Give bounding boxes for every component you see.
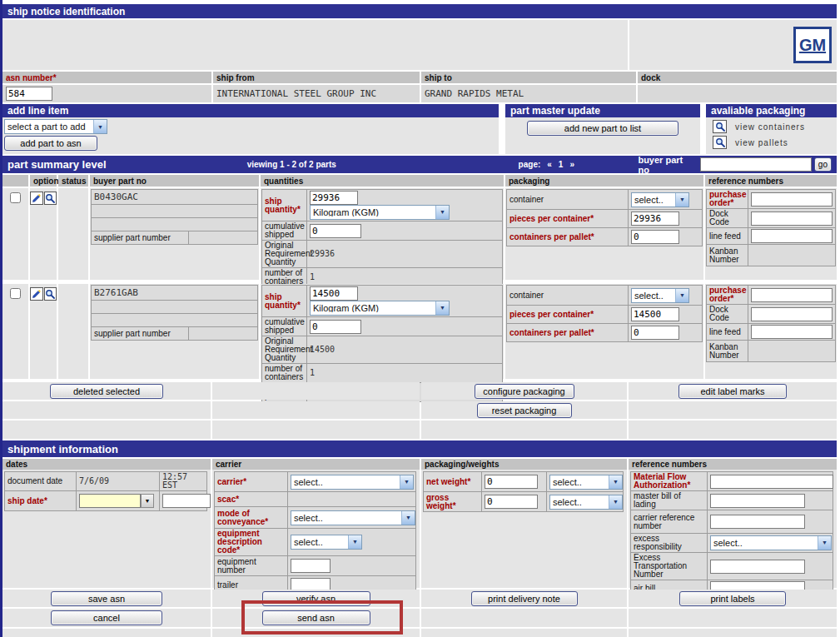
asn-page: ship notice identification GM asn number…: [0, 0, 840, 637]
dock-code-input[interactable]: [751, 212, 833, 226]
uom-select[interactable]: Kilogram (KGM) ▼: [310, 301, 450, 316]
reference-numbers-column-header: reference numbers: [705, 175, 837, 187]
dropdown-arrow-icon: ▼: [609, 475, 622, 489]
edit-part-button[interactable]: [30, 192, 43, 205]
print-labels-button[interactable]: print labels: [679, 591, 786, 606]
edit-label-marks-button[interactable]: edit label marks: [678, 384, 787, 399]
supplier-part-number-label: supplier part number: [92, 327, 189, 341]
send-asn-button[interactable]: send asn: [262, 610, 370, 625]
original-requirement-label: Original Requirement Quantity: [262, 241, 307, 268]
pieces-per-container-input[interactable]: [631, 307, 679, 321]
asn-number-input[interactable]: [6, 87, 52, 101]
gross-weight-uom-select[interactable]: select.. ▼: [549, 495, 623, 510]
row-select-checkbox[interactable]: [10, 288, 21, 299]
master-bill-of-lading-input[interactable]: [710, 494, 805, 508]
add-line-item-header: add line item: [2, 104, 499, 117]
pieces-per-container-input[interactable]: [631, 212, 679, 226]
go-button[interactable]: go: [814, 157, 832, 172]
cancel-button[interactable]: cancel: [51, 610, 162, 625]
material-flow-authorization-input[interactable]: [710, 475, 833, 489]
configure-packaging-button[interactable]: configure packaging: [475, 384, 574, 399]
ship-date-picker-button[interactable]: ▼: [141, 494, 154, 508]
grid-cell: [421, 421, 627, 439]
line-feed-input[interactable]: [751, 229, 833, 243]
grid-cell: [421, 629, 627, 637]
ship-from-value: INTERNATIONAL STEEL GROUP INC: [213, 85, 420, 102]
magnifier-icon: [715, 122, 725, 132]
add-new-part-to-list-button[interactable]: add new part to list: [527, 121, 678, 136]
options-column-header: options: [30, 175, 57, 187]
purchase-order-input[interactable]: [751, 192, 833, 207]
carrier-select[interactable]: select.. ▼: [291, 475, 414, 490]
container-select[interactable]: select.. ▼: [631, 192, 689, 207]
dropdown-arrow-icon: ▼: [435, 206, 449, 219]
page-prev-button[interactable]: «: [547, 160, 552, 169]
view-pallets-label[interactable]: view pallets: [735, 138, 788, 147]
add-part-to-asn-button[interactable]: add part to asn: [4, 136, 97, 151]
ship-time-input[interactable]: [162, 494, 211, 508]
mode-of-conveyance-select[interactable]: select.. ▼: [291, 510, 415, 525]
grid-cell: [2, 401, 211, 419]
net-weight-uom-select[interactable]: select.. ▼: [549, 475, 623, 490]
view-part-button[interactable]: [44, 287, 57, 301]
uom-select[interactable]: Kilogram (KGM) ▼: [310, 205, 450, 220]
equipment-number-input[interactable]: [291, 559, 331, 573]
excess-responsibility-select[interactable]: select.. ▼: [710, 535, 832, 550]
print-delivery-note-button[interactable]: print delivery note: [471, 591, 578, 606]
verify-asn-button[interactable]: verify asn: [262, 591, 370, 606]
original-requirement-value: 29936: [307, 241, 503, 268]
net-weight-input[interactable]: [485, 475, 538, 489]
supplier-part-number-label: supplier part number: [92, 231, 189, 245]
ship-to-label: ship to: [421, 72, 636, 83]
reset-packaging-button[interactable]: reset packaging: [477, 403, 572, 418]
carrier-section-header: carrier: [212, 459, 420, 470]
dock-code-input[interactable]: [751, 307, 833, 321]
part-select[interactable]: select a part to add ▼: [4, 119, 107, 134]
dock-label: dock: [638, 72, 837, 83]
delete-selected-button[interactable]: deleted selected: [50, 384, 163, 399]
dropdown-arrow-icon: ▼: [435, 301, 449, 315]
containers-per-pallet-input[interactable]: [631, 230, 679, 244]
view-containers-label[interactable]: view containers: [735, 122, 805, 132]
dropdown-arrow-icon: ▼: [401, 511, 415, 525]
magnifier-icon: [715, 137, 725, 147]
view-pallets-button[interactable]: [713, 136, 727, 149]
line-feed-label: line feed: [707, 228, 748, 245]
save-asn-button[interactable]: save asn: [51, 591, 162, 606]
gross-weight-input[interactable]: [485, 495, 538, 509]
view-containers-button[interactable]: [713, 120, 727, 133]
buyer-part-no-input[interactable]: [700, 157, 812, 172]
number-of-containers-value: 1: [307, 364, 503, 383]
equipment-description-code-select[interactable]: select.. ▼: [291, 535, 362, 550]
purchase-order-input[interactable]: [751, 288, 833, 302]
kanban-number-label: Kanban Number: [707, 341, 748, 362]
cumulative-shipped-input[interactable]: [310, 224, 361, 238]
ship-quantity-input[interactable]: [310, 286, 358, 301]
edit-part-button[interactable]: [30, 287, 43, 301]
ship-quantity-input[interactable]: [310, 191, 358, 205]
pencil-icon: [32, 194, 41, 203]
container-label: container: [507, 190, 629, 210]
gm-logo-text: GM: [799, 36, 826, 55]
dates-section-header: dates: [2, 459, 211, 470]
purchase-order-label: purchase order*: [707, 190, 748, 209]
grid-cell: [629, 609, 837, 627]
buyer-part-blank-cell: [92, 205, 258, 218]
cumulative-shipped-input[interactable]: [310, 320, 361, 334]
view-part-button[interactable]: [44, 192, 57, 205]
page-next-button[interactable]: »: [569, 160, 574, 169]
ship-notice-identification-header: ship notice identification: [2, 4, 837, 18]
container-select[interactable]: select.. ▼: [631, 288, 689, 303]
row-select-checkbox[interactable]: [10, 192, 21, 203]
page-title: ship notice identification: [7, 6, 125, 17]
line-feed-input[interactable]: [751, 325, 833, 339]
part-summary-level-bar: part summary level viewing 1 - 2 of 2 pa…: [2, 156, 837, 173]
dock-code-label: Dock Code: [707, 305, 748, 324]
material-flow-authorization-label: Material Flow Authorization*: [631, 472, 708, 491]
containers-per-pallet-input[interactable]: [631, 326, 679, 340]
ship-date-input[interactable]: [79, 494, 141, 508]
magnifier-icon: [45, 289, 55, 299]
grid-cell: [2, 421, 211, 439]
carrier-reference-number-input[interactable]: [710, 515, 805, 529]
excess-transportation-number-input[interactable]: [710, 560, 805, 574]
